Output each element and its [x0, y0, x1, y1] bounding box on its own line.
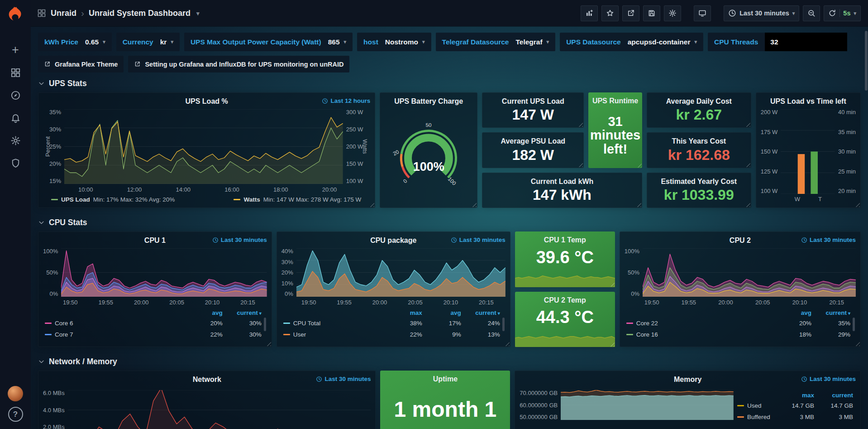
link-grafana-plex-theme[interactable]: Grafana Plex Theme — [38, 56, 124, 72]
tv-mode-button[interactable] — [694, 5, 711, 21]
add-panel-button[interactable] — [581, 5, 598, 21]
panel-title[interactable]: Estimated Yearly Cost — [647, 173, 751, 187]
row-header-cpu-stats[interactable]: CPU Stats — [38, 213, 861, 231]
legend-row-core16[interactable]: Core 16 18% 29% — [626, 329, 850, 340]
share-button[interactable] — [622, 5, 639, 21]
legend-column-header[interactable]: avg — [422, 309, 461, 316]
variable-label: host — [363, 38, 378, 46]
legend-column-header[interactable]: avg — [184, 309, 223, 316]
legend-row-core6[interactable]: Core 6 20% 30% — [45, 318, 262, 329]
dashboard-links: Grafana Plex Theme Setting up Grafana an… — [38, 56, 861, 72]
variable-value-dropdown[interactable]: Telegraf▾ — [515, 38, 549, 46]
caret-down-icon: ▾ — [103, 39, 105, 45]
stat-value: 1 month 1 — [380, 397, 510, 422]
panel-time-range[interactable]: Last 30 minutes — [212, 236, 267, 243]
panel-time-range[interactable]: Last 30 minutes — [316, 376, 371, 382]
legend-row-core22[interactable]: Core 22 20% 35% — [626, 318, 850, 329]
refresh-picker[interactable]: 5s ▾ — [824, 5, 861, 21]
panel-title[interactable]: UPS Runtime — [588, 92, 642, 106]
dashboard-settings-button[interactable] — [664, 5, 681, 21]
y-tick: 40 min — [838, 109, 856, 115]
legend-column-header[interactable]: current▾ — [461, 309, 500, 316]
variable-value-dropdown[interactable]: apcupsd-container▾ — [628, 38, 697, 46]
legend-column-header[interactable]: avg — [773, 309, 811, 316]
help-icon[interactable]: ? — [8, 407, 23, 422]
legend-row-cpu-total[interactable]: CPU Total 38% 17% 24% — [283, 318, 500, 329]
ups-load-plot[interactable] — [64, 109, 343, 184]
legend-column-header[interactable]: max — [383, 309, 422, 316]
cpu1-plot[interactable] — [61, 248, 267, 297]
network-plot[interactable] — [68, 390, 371, 429]
panel-time-range[interactable]: Last 30 minutes — [801, 236, 856, 243]
legend-row-used[interactable]: Used 14.7 GB 14.7 GB — [737, 400, 853, 411]
panel-time-range[interactable]: Last 30 minutes — [801, 376, 856, 382]
page-title[interactable]: Unraid System Dashboard — [89, 9, 191, 18]
legend-column-header[interactable]: max — [775, 392, 814, 399]
breadcrumb-folder[interactable]: Unraid — [51, 9, 76, 18]
panel-time-range[interactable]: Last 12 hours — [322, 97, 370, 104]
panel-time-range[interactable]: Last 30 minutes — [451, 236, 506, 243]
series-swatch — [283, 323, 290, 324]
sidebar-item-alerting[interactable] — [5, 108, 26, 128]
star-button[interactable] — [601, 5, 619, 21]
plus-icon: + — [12, 43, 19, 57]
sidebar-item-dashboards[interactable] — [5, 63, 26, 82]
time-range-picker[interactable]: Last 30 minutes ▾ — [724, 5, 799, 21]
y-tick: 50% — [628, 270, 639, 275]
title-caret-icon[interactable]: ▾ — [196, 10, 200, 17]
row-header-ups-stats[interactable]: UPS Stats — [38, 74, 861, 92]
panel-title[interactable]: Current UPS Load — [482, 93, 583, 106]
legend-column-header[interactable]: current▾ — [811, 309, 850, 316]
panel-title[interactable]: Current Load kWh — [482, 173, 642, 187]
legend-scrollbar[interactable] — [853, 318, 855, 331]
y-axis-left: 100% 50% 0% — [43, 248, 61, 297]
panel-title[interactable]: Average Daily Cost — [647, 93, 751, 106]
share-icon — [627, 9, 635, 17]
grafana-logo[interactable] — [6, 5, 25, 24]
panel-title[interactable]: UPS Load vs Time left — [756, 93, 860, 106]
legend-scrollbar[interactable] — [264, 318, 266, 331]
sidebar-item-configuration[interactable] — [5, 130, 26, 150]
x-tick: 20:10 — [444, 299, 458, 306]
panel-cpu-2: CPU 2 Last 30 minutes 100% 50% 0% — [620, 231, 861, 347]
caret-down-icon: ▾ — [854, 10, 856, 16]
legend-row-buffered[interactable]: Buffered 3 MB 3 MB — [737, 411, 853, 423]
y-tick: 50.000000 GB — [520, 414, 558, 420]
variable-value-dropdown[interactable]: Nostromo▾ — [385, 38, 425, 46]
legend-column-header[interactable]: current — [814, 392, 853, 399]
panel-title[interactable]: Uptime — [380, 371, 510, 384]
legend-column-header[interactable]: current▾ — [223, 309, 262, 316]
cpu2-plot[interactable] — [643, 248, 856, 297]
ups-bars-plot[interactable] — [781, 109, 835, 194]
clock-icon — [801, 237, 807, 243]
cpu-threads-input[interactable] — [765, 33, 847, 51]
legend-item-ups-load[interactable]: UPS Load Min: 17% Max: 32% Avg: 20% — [51, 196, 175, 203]
panel-title[interactable]: UPS Battery Charge — [380, 93, 477, 106]
panel-title[interactable]: Average PSU Load — [482, 133, 583, 146]
zoom-out-button[interactable] — [803, 5, 820, 21]
sidebar-item-explore[interactable] — [5, 85, 26, 105]
variable-value-dropdown[interactable]: kr▾ — [160, 38, 173, 46]
panel-title[interactable]: This Years Cost — [647, 133, 751, 146]
legend-row-core7[interactable]: Core 7 22% 30% — [45, 329, 262, 340]
row-header-network-memory[interactable]: Network / Memory — [38, 352, 861, 371]
panel-title[interactable]: CPU 2 Temp — [515, 292, 615, 305]
legend-item-watts[interactable]: Watts Min: 147 W Max: 278 W Avg: 175 W — [234, 196, 361, 203]
scrollbar-thumb[interactable] — [865, 31, 868, 91]
user-avatar[interactable] — [8, 386, 23, 401]
link-ups-monitoring-guide[interactable]: Setting up Grafana and InfluxDB for UPS … — [128, 56, 349, 72]
variable-value-dropdown[interactable]: 0.65▾ — [85, 38, 105, 46]
memory-plot[interactable] — [561, 390, 734, 420]
cpu-package-plot[interactable] — [296, 248, 506, 297]
sidebar-item-server-admin[interactable] — [5, 153, 26, 173]
y-tick: 30 min — [838, 149, 856, 154]
external-link-icon — [134, 61, 141, 67]
sidebar-item-create[interactable]: + — [5, 40, 26, 60]
panel-title[interactable]: CPU 1 Temp — [515, 231, 615, 245]
legend-scrollbar[interactable] — [502, 318, 505, 331]
sort-caret-icon: ▾ — [848, 311, 850, 316]
legend-table: avg current▾ Core 6 20% 30% Core 7 22% — [43, 306, 267, 343]
save-button[interactable] — [643, 5, 660, 21]
variable-value-dropdown[interactable]: 865▾ — [328, 38, 346, 46]
legend-row-user[interactable]: User 22% 9% 13% — [283, 329, 500, 340]
